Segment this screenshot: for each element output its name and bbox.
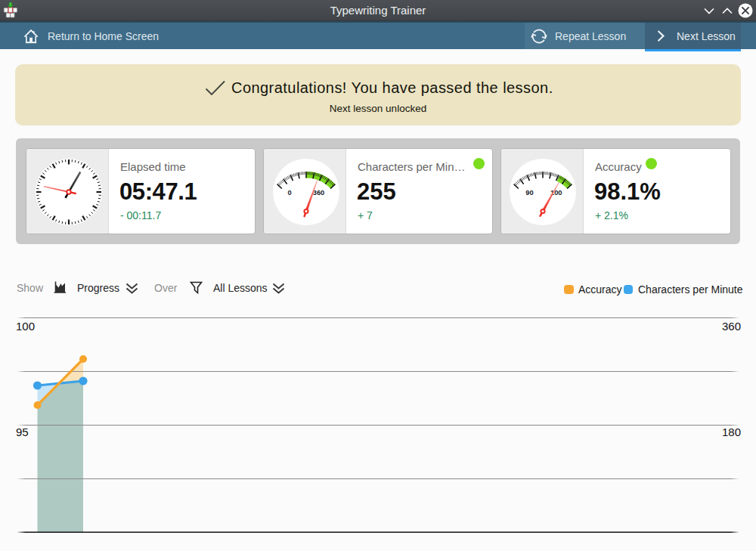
svg-text:360: 360 [722,320,741,333]
svg-text:360: 360 [313,189,325,197]
svg-text:90: 90 [525,189,533,197]
svg-text:180: 180 [722,426,741,438]
svg-text:0: 0 [287,189,291,197]
svg-text:100: 100 [16,320,35,333]
svg-text:95: 95 [16,426,29,438]
